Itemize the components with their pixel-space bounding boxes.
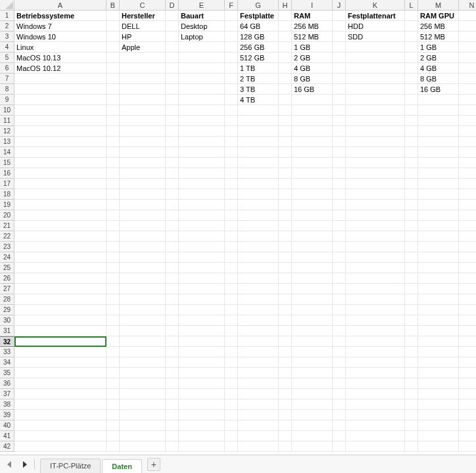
cell-L27[interactable] [405,284,418,294]
cell-A10[interactable] [14,105,107,116]
cell-B17[interactable] [107,179,120,189]
cell-G18[interactable] [238,189,279,200]
cell-K41[interactable] [346,431,405,441]
cell-M7[interactable]: 8 GB [418,74,459,84]
cell-M9[interactable] [418,95,459,105]
cell-A1[interactable]: Betriebssysteme [14,11,107,21]
cell-E16[interactable] [179,168,225,179]
cell-F5[interactable] [225,53,238,63]
row-header[interactable]: 4 [0,42,14,53]
cell-N8[interactable] [459,84,476,95]
cell-I5[interactable]: 2 GB [292,53,333,63]
column-header-J[interactable]: J [333,0,346,11]
cell-E8[interactable] [179,84,225,95]
cell-M35[interactable] [418,368,459,378]
cell-F25[interactable] [225,263,238,273]
cell-C26[interactable] [120,273,166,284]
cell-L2[interactable] [405,21,418,32]
cell-J15[interactable] [333,158,346,168]
cell-B38[interactable] [107,399,120,410]
cell-B6[interactable] [107,63,120,74]
cell-D19[interactable] [166,200,179,210]
cell-M32[interactable] [418,336,459,347]
row-header[interactable]: 36 [0,378,14,389]
cell-J8[interactable] [333,84,346,95]
cell-I6[interactable]: 4 GB [292,63,333,74]
cell-H12[interactable] [279,126,292,137]
cell-D5[interactable] [166,53,179,63]
cell-F6[interactable] [225,63,238,74]
cell-G42[interactable] [238,441,279,452]
cell-G34[interactable] [238,357,279,368]
cell-N3[interactable] [459,32,476,42]
cell-K13[interactable] [346,137,405,147]
row-header[interactable]: 30 [0,315,14,326]
cell-L20[interactable] [405,210,418,221]
cell-F14[interactable] [225,147,238,158]
cell-J31[interactable] [333,326,346,336]
cell-E9[interactable] [179,95,225,105]
cell-A17[interactable] [14,179,107,189]
cell-K42[interactable] [346,441,405,452]
cell-K21[interactable] [346,221,405,231]
cell-D24[interactable] [166,252,179,263]
cell-L24[interactable] [405,252,418,263]
cell-F32[interactable] [225,336,238,347]
cell-J4[interactable] [333,42,346,53]
cell-K34[interactable] [346,357,405,368]
cell-B2[interactable] [107,21,120,32]
row-header[interactable]: 14 [0,147,14,158]
cell-A24[interactable] [14,252,107,263]
cell-B25[interactable] [107,263,120,273]
cell-B7[interactable] [107,74,120,84]
cell-G30[interactable] [238,315,279,326]
cell-A23[interactable] [14,242,107,252]
cell-I41[interactable] [292,431,333,441]
cell-N40[interactable] [459,420,476,431]
cell-D36[interactable] [166,378,179,389]
cell-N10[interactable] [459,105,476,116]
cell-H15[interactable] [279,158,292,168]
cell-H21[interactable] [279,221,292,231]
cell-H31[interactable] [279,326,292,336]
cell-B30[interactable] [107,315,120,326]
cell-I25[interactable] [292,263,333,273]
cell-D42[interactable] [166,441,179,452]
row-header[interactable]: 18 [0,189,14,200]
cell-M22[interactable] [418,231,459,242]
cell-F15[interactable] [225,158,238,168]
cell-M30[interactable] [418,315,459,326]
cell-M37[interactable] [418,389,459,399]
cell-L13[interactable] [405,137,418,147]
cell-J10[interactable] [333,105,346,116]
cell-N26[interactable] [459,273,476,284]
row-header[interactable]: 17 [0,179,14,189]
cell-C27[interactable] [120,284,166,294]
cell-E30[interactable] [179,315,225,326]
cell-I19[interactable] [292,200,333,210]
cell-F39[interactable] [225,410,238,420]
cell-A7[interactable] [14,74,107,84]
cell-H20[interactable] [279,210,292,221]
cell-J37[interactable] [333,389,346,399]
cell-A39[interactable] [14,410,107,420]
cell-D31[interactable] [166,326,179,336]
row-header[interactable]: 38 [0,399,14,410]
cell-E6[interactable] [179,63,225,74]
cell-B10[interactable] [107,105,120,116]
cell-D14[interactable] [166,147,179,158]
cell-M39[interactable] [418,410,459,420]
cell-I2[interactable]: 256 MB [292,21,333,32]
cell-A4[interactable]: Linux [14,42,107,53]
cell-F4[interactable] [225,42,238,53]
cell-E27[interactable] [179,284,225,294]
cell-E35[interactable] [179,368,225,378]
cell-C29[interactable] [120,305,166,315]
cell-C40[interactable] [120,420,166,431]
row-header[interactable]: 37 [0,389,14,399]
cell-A19[interactable] [14,200,107,210]
cell-J26[interactable] [333,273,346,284]
cell-L7[interactable] [405,74,418,84]
cell-G28[interactable] [238,294,279,305]
cell-E37[interactable] [179,389,225,399]
